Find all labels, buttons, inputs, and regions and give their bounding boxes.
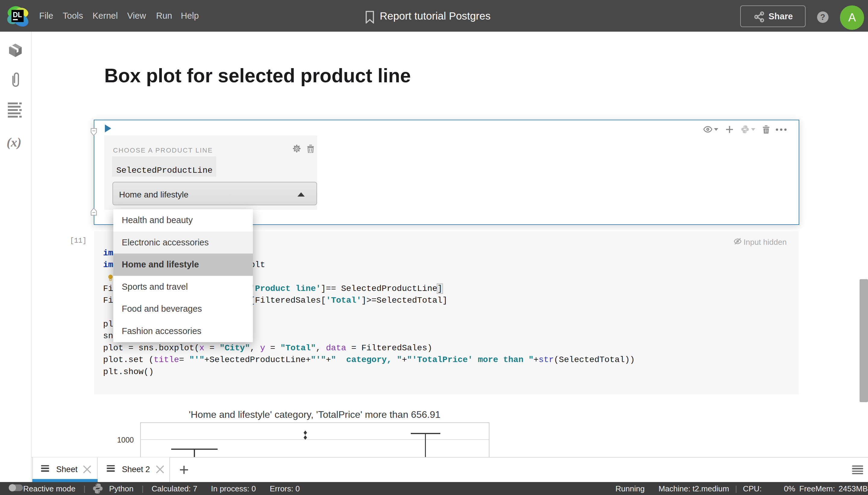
svg-text:DL: DL	[13, 11, 22, 19]
